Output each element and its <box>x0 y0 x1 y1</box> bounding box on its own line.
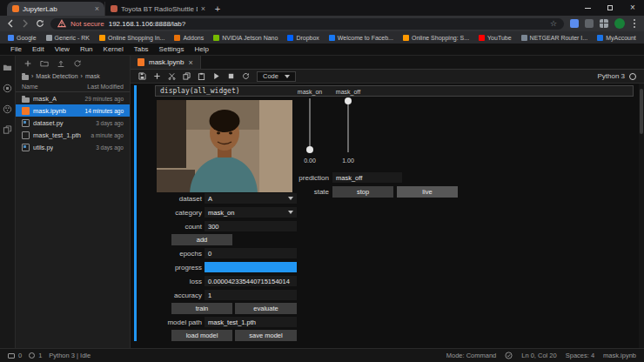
add-cell-icon[interactable] <box>153 72 161 80</box>
bookmark-item[interactable]: Online Shopping In... <box>99 35 164 41</box>
new-folder-icon[interactable] <box>40 59 49 68</box>
file-list-header[interactable]: Name Last Modified <box>16 81 130 92</box>
cursor-position[interactable]: Ln 0, Col 20 <box>521 352 556 359</box>
breadcrumb-parent[interactable]: Mask Detection <box>36 73 77 79</box>
loss-field[interactable]: 0.000042335440715154014 <box>205 276 297 286</box>
save-model-button[interactable]: save model <box>235 330 297 341</box>
save-icon[interactable] <box>138 72 146 80</box>
notebook-content[interactable]: display(all_widget) <box>131 84 644 348</box>
slider-track[interactable] <box>309 98 311 152</box>
train-button[interactable]: train <box>171 303 232 314</box>
cell-type-select[interactable]: Code <box>257 71 296 82</box>
active-cell-indicator[interactable] <box>134 85 137 341</box>
profile-avatar[interactable] <box>614 18 625 29</box>
menu-file[interactable]: File <box>5 45 27 53</box>
evaluate-button[interactable]: evaluate <box>235 303 297 314</box>
command-palette-icon[interactable] <box>3 104 12 114</box>
bookmark-item[interactable]: Addons <box>174 35 204 41</box>
kernel-status-text[interactable]: Python 3 | Idle <box>49 352 91 359</box>
close-tab-icon[interactable]: × <box>201 5 205 13</box>
browser-tab-jupyterlab[interactable]: JupyterLab × <box>7 2 104 16</box>
menu-kernel[interactable]: Kernel <box>98 45 129 53</box>
run-cell-icon[interactable] <box>212 72 220 80</box>
bookmark-item[interactable]: MyAccount <box>597 35 636 41</box>
forward-icon[interactable] <box>21 19 30 28</box>
prediction-field[interactable]: mask_off <box>332 172 402 183</box>
bookmark-item[interactable]: NETGEAR Router I... <box>521 35 588 41</box>
menu-run[interactable]: Run <box>75 45 98 53</box>
close-notebook-icon[interactable]: × <box>188 58 192 67</box>
mask-off-slider[interactable]: mask_off 1.00 <box>329 89 367 164</box>
close-window-icon[interactable]: × <box>621 0 644 16</box>
epochs-field[interactable]: 0 <box>205 248 297 258</box>
extension-icon[interactable] <box>570 19 579 28</box>
copy-cell-icon[interactable] <box>183 72 191 80</box>
files-icon[interactable] <box>3 63 12 72</box>
menu-edit[interactable]: Edit <box>27 45 50 53</box>
count-field[interactable]: 300 <box>205 221 297 231</box>
bookmark-star-icon[interactable]: ☆ <box>550 19 557 28</box>
bookmark-item[interactable]: Dropbox <box>287 35 319 41</box>
bookmark-item[interactable]: YouTube <box>479 35 512 41</box>
url-text[interactable]: 192.168.1.106:8888/lab? <box>109 20 546 28</box>
slider-handle[interactable] <box>345 97 352 104</box>
mask-on-slider[interactable]: mask_on 0.00 <box>291 89 329 164</box>
bookmark-item[interactable]: NVIDIA Jetson Nano <box>213 35 278 41</box>
new-launcher-icon[interactable] <box>23 59 32 68</box>
maximize-icon[interactable] <box>599 0 621 16</box>
menu-settings[interactable]: Settings <box>154 45 190 53</box>
extension-icon[interactable] <box>585 19 594 28</box>
scrollbar-thumb[interactable] <box>640 89 643 134</box>
live-button[interactable]: live <box>397 186 458 198</box>
refresh-filelist-icon[interactable] <box>73 59 82 68</box>
notebook-tab[interactable]: mask.ipynb × <box>131 56 201 69</box>
file-row-mask-test-pth[interactable]: mask_test_1.pth a minute ago <box>16 129 130 141</box>
running-sessions-icon[interactable] <box>3 84 12 93</box>
refresh-icon[interactable] <box>36 19 44 28</box>
cut-cell-icon[interactable] <box>168 72 176 80</box>
file-row-mask-a[interactable]: mask_A 29 minutes ago <box>16 92 130 104</box>
kernel-indicator[interactable]: Python 3 <box>597 72 636 80</box>
home-folder-icon[interactable] <box>22 75 29 80</box>
new-tab-button[interactable]: + <box>211 2 225 16</box>
chrome-menu-icon[interactable] <box>631 19 638 28</box>
dataset-select[interactable]: A <box>205 193 297 204</box>
browser-tab-toyota[interactable]: Toyota BT RadioShuttle Datash... × <box>104 2 211 16</box>
restart-kernel-icon[interactable] <box>242 72 250 80</box>
stop-button[interactable]: stop <box>332 186 393 198</box>
stop-kernel-icon[interactable] <box>227 72 235 80</box>
slider-handle[interactable] <box>306 146 313 153</box>
not-secure-label[interactable]: Not secure <box>70 20 104 28</box>
breadcrumb-current[interactable]: mask <box>85 73 100 79</box>
menu-tabs[interactable]: Tabs <box>129 45 154 53</box>
close-tab-icon[interactable]: × <box>95 5 99 13</box>
column-last-modified[interactable]: Last Modified <box>87 84 124 90</box>
slider-track[interactable] <box>347 98 349 152</box>
mode-indicator[interactable]: Mode: Command <box>446 352 497 359</box>
bookmark-item[interactable]: Google <box>8 35 37 41</box>
bookmark-item[interactable]: Welcome to Faceb... <box>329 35 393 41</box>
notebook-scrollbar[interactable] <box>639 84 644 348</box>
paste-cell-icon[interactable] <box>198 72 205 80</box>
kernels-status[interactable]: 1 <box>29 352 42 359</box>
model-path-field[interactable]: mask_test_1.pth <box>205 317 297 327</box>
back-icon[interactable] <box>6 19 15 28</box>
file-row-mask-ipynb[interactable]: mask.ipynb 14 minutes ago <box>16 104 130 117</box>
menu-help[interactable]: Help <box>190 45 214 53</box>
indent-setting[interactable]: Spaces: 4 <box>566 352 594 359</box>
address-input[interactable]: Not secure 192.168.1.106:8888/lab? ☆ <box>50 18 564 30</box>
extension-grid-icon[interactable] <box>600 19 608 28</box>
add-button[interactable]: add <box>171 234 232 245</box>
upload-icon[interactable] <box>57 59 65 68</box>
load-model-button[interactable]: load model <box>171 330 232 341</box>
not-secure-warning-icon[interactable] <box>57 19 66 28</box>
bookmark-item[interactable]: Generic - RK <box>46 35 90 41</box>
file-row-utils-py[interactable]: utils.py 3 days ago <box>16 141 130 153</box>
tabs-icon[interactable] <box>3 125 12 135</box>
accuracy-field[interactable]: 1 <box>205 290 297 300</box>
terminals-status[interactable]: 0 <box>8 352 22 359</box>
minimize-icon[interactable] <box>576 0 599 16</box>
column-name[interactable]: Name <box>22 84 38 90</box>
category-select[interactable]: mask_on <box>205 207 297 218</box>
bookmark-item[interactable]: Online Shopping: S... <box>403 35 469 41</box>
